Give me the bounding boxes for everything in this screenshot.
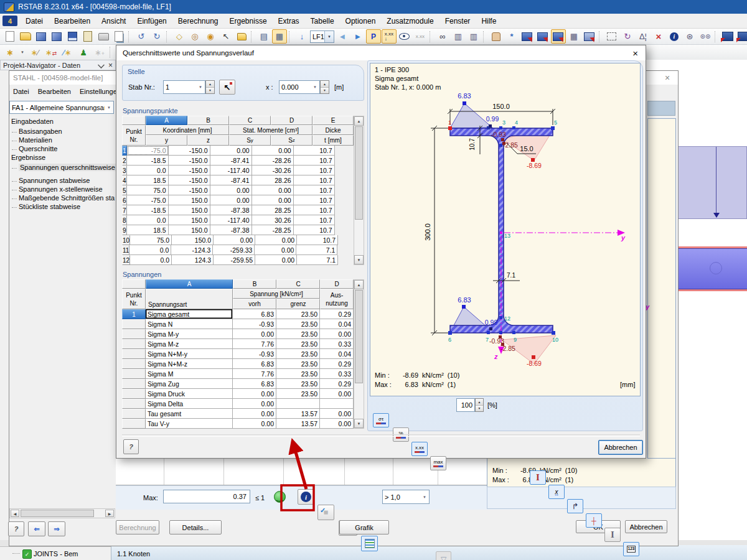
cell-sy[interactable]: -87.38	[210, 225, 252, 235]
col-letter-c[interactable]: C	[229, 116, 271, 125]
cell-ausnutzung[interactable]	[320, 399, 354, 409]
row-number-cell[interactable]	[122, 379, 146, 389]
cell-t[interactable]: 10.7	[294, 175, 335, 185]
cell-grenz[interactable]: 23.50	[276, 359, 320, 369]
row-number-cell[interactable]: 6	[122, 195, 127, 205]
row-number-cell[interactable]	[122, 349, 146, 359]
cell-sz[interactable]: 0.00	[252, 195, 294, 205]
cell-sy[interactable]: -259.55	[214, 255, 255, 265]
cell-y[interactable]: -75.0	[127, 195, 169, 205]
cell-t[interactable]: 10.7	[294, 166, 335, 175]
corner-cell[interactable]	[122, 279, 146, 289]
stab-nr-spinner[interactable]: ▲▼	[205, 80, 215, 94]
show-axes-button[interactable]: ↱	[567, 499, 583, 513]
cell-vorh[interactable]: 6.83	[233, 309, 276, 319]
col-letter-e[interactable]: E	[312, 116, 354, 125]
row-number-cell[interactable]	[122, 359, 146, 369]
max-button[interactable]: max	[430, 456, 446, 470]
cell-t[interactable]: 10.7	[294, 195, 335, 205]
show-outline-button[interactable]: I	[604, 528, 621, 542]
cell-vorh[interactable]: 0.00	[233, 329, 276, 339]
cell-t[interactable]: 7.1	[296, 245, 337, 255]
cell-sz[interactable]: -30.26	[252, 166, 294, 175]
cell-spannungsart[interactable]: Sigma Delta	[146, 399, 233, 409]
cell-spannungsart[interactable]: Sigma N	[146, 319, 233, 329]
row-number-cell[interactable]: 7	[122, 205, 127, 215]
cell-vorh[interactable]: 6.83	[233, 359, 276, 369]
cell-grenz[interactable]: 23.50	[276, 369, 320, 379]
cell-z[interactable]: -124.3	[171, 245, 213, 255]
cell-grenz[interactable]: 23.50	[276, 319, 320, 329]
dialog-close-icon[interactable]: ×	[625, 48, 646, 58]
cell-sz[interactable]: 28.26	[252, 175, 294, 185]
cell-vorh[interactable]: 0.00	[233, 419, 276, 429]
cell-vorh[interactable]: 0.00	[233, 399, 276, 409]
cell-y[interactable]: 0.0	[127, 166, 169, 175]
col-letter-b[interactable]: B	[233, 279, 276, 289]
cell-ausnutzung[interactable]: 0.29	[320, 359, 354, 369]
cell-z[interactable]: -150.0	[169, 166, 210, 175]
cell-spannungsart[interactable]: Tau gesamt	[146, 409, 233, 419]
cell-vorh[interactable]: -0.93	[233, 319, 276, 329]
cell-sy[interactable]: 0.00	[210, 195, 252, 205]
cell-t[interactable]: 10.7	[294, 225, 335, 235]
row-number-cell[interactable]	[122, 409, 146, 419]
cell-y[interactable]: 18.5	[127, 225, 169, 235]
cell-ausnutzung[interactable]: 0.29	[320, 309, 354, 319]
row-number-cell[interactable]: 1	[122, 146, 127, 156]
cell-spannungsart[interactable]: Sigma Druck	[146, 389, 233, 399]
cell-spannungsart[interactable]: Sigma M	[146, 369, 233, 379]
cell-sz[interactable]: -28.25	[252, 225, 294, 235]
cell-sy[interactable]: -117.40	[210, 215, 252, 225]
cell-ausnutzung[interactable]: 0.33	[320, 339, 354, 349]
cell-ausnutzung[interactable]: 0.04	[320, 319, 354, 329]
show-stress-points-button[interactable]: ┼	[586, 513, 602, 528]
cell-sy[interactable]: -259.33	[213, 245, 255, 255]
row-number-cell[interactable]	[122, 329, 146, 339]
dialog-title-bar[interactable]: Querschnittswerte und Spannungsverlauf ×	[116, 45, 646, 60]
row-number-cell[interactable]: 11	[122, 245, 129, 255]
cell-y[interactable]: 75.0	[127, 185, 169, 195]
col-letter-a[interactable]: A	[146, 116, 187, 125]
cell-y[interactable]: 0.0	[130, 255, 172, 265]
cell-y[interactable]: -18.5	[127, 205, 169, 215]
cell-z[interactable]: -150.0	[169, 175, 210, 185]
cell-sz[interactable]: 0.00	[252, 185, 294, 195]
cell-y[interactable]: 0.0	[127, 215, 169, 225]
cell-z[interactable]: -150.0	[169, 185, 210, 195]
cell-spannungsart[interactable]: Sigma N+M-z	[146, 359, 233, 369]
cell-t[interactable]: 10.7	[294, 215, 335, 225]
cell-grenz[interactable]: 23.50	[276, 339, 320, 349]
cell-ausnutzung[interactable]: 0.00	[320, 329, 354, 339]
row-number-cell[interactable]	[122, 389, 146, 399]
cell-sy[interactable]: 0.00	[214, 235, 255, 245]
cell-spannungsart[interactable]: Sigma N+M-y	[146, 349, 233, 359]
col-letter-c[interactable]: C	[276, 279, 320, 289]
cell-grenz[interactable]: 23.50	[276, 379, 320, 389]
stab-nr-combobox[interactable]: 1 ▼	[163, 80, 205, 94]
cell-grenz[interactable]: 13.57	[276, 409, 320, 419]
cell-y[interactable]: 75.0	[130, 235, 172, 245]
cell-sz[interactable]: 0.00	[255, 245, 296, 255]
row-number-cell[interactable]: 5	[122, 185, 127, 195]
row-number-cell[interactable]: 8	[122, 215, 127, 225]
col-letter-b[interactable]: B	[187, 116, 229, 125]
cell-sy[interactable]: -87.41	[210, 156, 252, 166]
cell-t[interactable]: 10.7	[294, 146, 335, 156]
cell-vorh[interactable]: 0.00	[233, 409, 276, 419]
cell-sy[interactable]: -87.38	[210, 205, 252, 215]
cell-vorh[interactable]: 0.00	[233, 389, 276, 399]
cell-sy[interactable]: 0.00	[210, 146, 252, 156]
cell-grenz[interactable]: 23.50	[276, 349, 320, 359]
cell-grenz[interactable]: 23.50	[276, 389, 320, 399]
dialog-help-button[interactable]: ?	[123, 439, 139, 454]
corner-cell[interactable]	[122, 116, 146, 125]
cell-z[interactable]: -150.0	[169, 146, 210, 156]
cell-t[interactable]: 10.7	[294, 205, 335, 215]
show-x-axis-button[interactable]: x↔	[548, 485, 565, 499]
cell-ausnutzung[interactable]: 0.33	[320, 369, 354, 379]
cell-vorh[interactable]: 7.76	[233, 339, 276, 349]
cell-grenz[interactable]: 23.50	[276, 329, 320, 339]
x-spinner[interactable]: ▲▼	[320, 80, 329, 94]
scroll-thumb[interactable]	[355, 290, 363, 383]
